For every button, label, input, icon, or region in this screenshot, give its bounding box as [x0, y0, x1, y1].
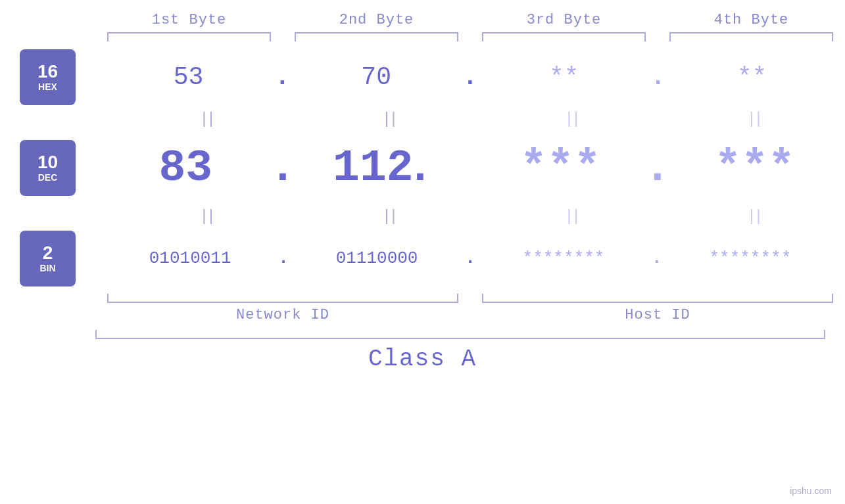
eq2-c1: ||	[115, 208, 298, 225]
bin-values: 01010011 . 01110000 . ******** . *******…	[95, 248, 845, 268]
eq2-s4: ||	[747, 208, 761, 225]
dec-val-4: ***	[714, 143, 794, 193]
hex-val-1: 53	[174, 63, 204, 91]
bin-badge: 2 BIN	[20, 231, 76, 286]
dec-badge-label: DEC	[38, 172, 58, 183]
hex-byte-2: 70	[283, 63, 470, 91]
bin-byte-4: ********	[656, 248, 845, 268]
eq1-c3: ||	[480, 110, 663, 128]
eq1-s2: ||	[382, 110, 396, 128]
eq2-s1: ||	[199, 208, 213, 225]
dec-byte-3: ***	[470, 143, 651, 193]
bin-badge-label: BIN	[39, 263, 55, 273]
hex-byte-3: **	[471, 63, 657, 91]
dec-val-3: ***	[520, 143, 600, 193]
hex-val-4: **	[737, 63, 767, 91]
hex-badge-label: HEX	[38, 81, 57, 92]
bin-badge-num: 2	[43, 243, 53, 263]
bin-row: 2 BIN 01010011 . 01110000 . ******** . *…	[0, 225, 845, 291]
byte-headers: 1st Byte 2nd Byte 3rd Byte 4th Byte	[0, 12, 845, 28]
eq2-s2: ||	[382, 208, 396, 225]
eq2-c3: ||	[480, 208, 663, 225]
dec-row: 10 DEC 83 . 112. *** . ***	[0, 128, 845, 207]
bracket-1	[95, 32, 283, 44]
bin-val-3: ********	[523, 248, 605, 268]
full-bottom-bracket-row	[0, 330, 845, 339]
bin-val-4: ********	[709, 248, 791, 268]
dec-val-2: 112	[333, 143, 413, 193]
dec-val-1: 83	[158, 143, 212, 193]
byte-header-4: 4th Byte	[658, 12, 845, 28]
eq1-c1: ||	[115, 110, 298, 128]
hex-row: 16 HEX 53 . 70 . ** . **	[0, 44, 845, 110]
bottom-brackets-row	[0, 294, 845, 303]
eq1-s3: ||	[564, 110, 578, 128]
class-row: Class A	[0, 346, 845, 373]
hex-values: 53 . 70 . ** . **	[95, 63, 845, 91]
hex-badge-num: 16	[37, 62, 58, 82]
eq1-c4: ||	[663, 110, 846, 128]
eq1-s4: ||	[747, 110, 761, 128]
hex-byte-4: **	[659, 63, 845, 91]
hex-val-3: **	[549, 63, 579, 91]
byte-header-2: 2nd Byte	[283, 12, 470, 28]
dec-byte-4: ***	[664, 143, 845, 193]
bracket-3	[470, 32, 658, 44]
eq1-c2: ||	[298, 110, 481, 128]
hex-badge: 16 HEX	[20, 49, 76, 105]
bin-val-1: 01010011	[149, 248, 231, 268]
host-bracket	[470, 294, 845, 303]
hex-byte-1: 53	[95, 63, 281, 91]
bracket-2	[283, 32, 470, 44]
eq2-c2: ||	[298, 208, 481, 225]
top-bracket-row	[0, 32, 845, 44]
dec-values: 83 . 112. *** . ***	[95, 143, 845, 193]
bin-byte-2: 01110000	[282, 248, 471, 268]
eq2-s3: ||	[564, 208, 578, 225]
equals-row-1: || || || ||	[0, 110, 845, 128]
host-id-label: Host ID	[470, 307, 845, 323]
byte-header-1: 1st Byte	[95, 12, 283, 28]
class-label: Class A	[368, 346, 477, 373]
byte-header-3: 3rd Byte	[470, 12, 658, 28]
network-id-label: Network ID	[95, 307, 470, 323]
bracket-4	[658, 32, 845, 44]
bin-val-2: 01110000	[336, 248, 418, 268]
bin-byte-3: ********	[469, 248, 658, 268]
dec-byte-1: 83	[95, 143, 276, 193]
dec-byte-2: 112.	[289, 143, 470, 193]
equals-row-2: || || || ||	[0, 207, 845, 225]
labels-row: Network ID Host ID	[0, 307, 845, 323]
dec-badge: 10 DEC	[20, 140, 76, 196]
bin-byte-1: 01010011	[95, 248, 285, 268]
eq2-c4: ||	[663, 208, 846, 225]
dec-badge-num: 10	[37, 152, 58, 173]
main-container: 1st Byte 2nd Byte 3rd Byte 4th Byte 16 H…	[0, 0, 845, 504]
watermark: ipshu.com	[790, 486, 832, 496]
network-bracket	[95, 294, 470, 303]
eq1-s1: ||	[199, 110, 213, 128]
hex-val-2: 70	[361, 63, 391, 91]
